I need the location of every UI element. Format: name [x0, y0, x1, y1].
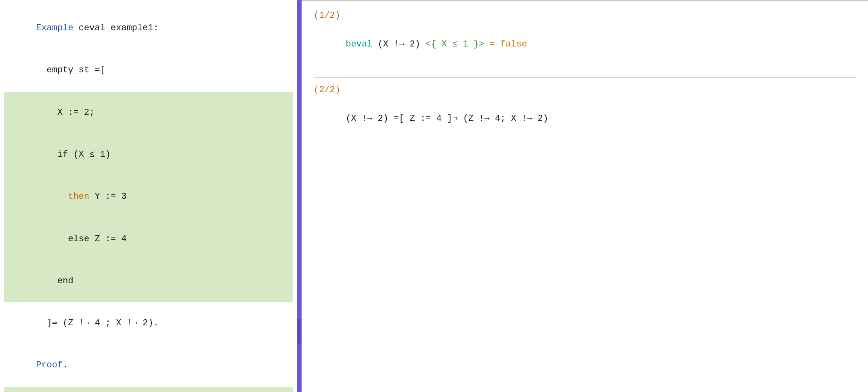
- right-panel: (1/2) beval (X !→ 2) <{ X ≤ 1 }> = false…: [302, 0, 868, 392]
- code-line-8: ]⇒ (Z !→ 4 ; X !→ 2).: [4, 302, 293, 344]
- code-line-4: if (X ≤ 1): [4, 134, 293, 176]
- code-line-3: X := 2;: [4, 92, 293, 134]
- goal-separator: [314, 77, 856, 78]
- code-line-5: then Y := 3: [4, 176, 293, 218]
- goal-2-block: (2/2) (X !→ 2) =[ Z := 4 ]⇒ (Z !→ 4; X !…: [314, 85, 856, 140]
- goal-2-number: (2/2): [314, 85, 856, 95]
- code-line-9: Proof.: [4, 344, 293, 386]
- example-name: ceval_example1:: [79, 23, 159, 33]
- code-line-6: else Z := 4: [4, 218, 293, 260]
- goal-1-content: beval (X !→ 2) <{ X ≤ 1 }> = false: [314, 23, 856, 66]
- keyword-example: Example: [36, 23, 79, 33]
- code-line-2: empty_st =[: [4, 49, 293, 91]
- goal-2-content: (X !→ 2) =[ Z := 4 ]⇒ (Z !→ 4; X !→ 2): [314, 97, 856, 140]
- code-line-7: end: [4, 260, 293, 302]
- goal-1-block: (1/2) beval (X !→ 2) <{ X ≤ 1 }> = false: [314, 11, 856, 66]
- code-line-10: (* We must supply the intermediate state…: [4, 387, 293, 392]
- goal-1-number: (1/2): [314, 11, 856, 21]
- code-line-1: Example ceval_example1:: [4, 7, 293, 49]
- left-panel: Example ceval_example1: empty_st =[ X :=…: [0, 0, 297, 392]
- panel-divider: [297, 0, 302, 392]
- code-block: Example ceval_example1: empty_st =[ X :=…: [0, 7, 297, 392]
- divider-handle[interactable]: [297, 319, 302, 344]
